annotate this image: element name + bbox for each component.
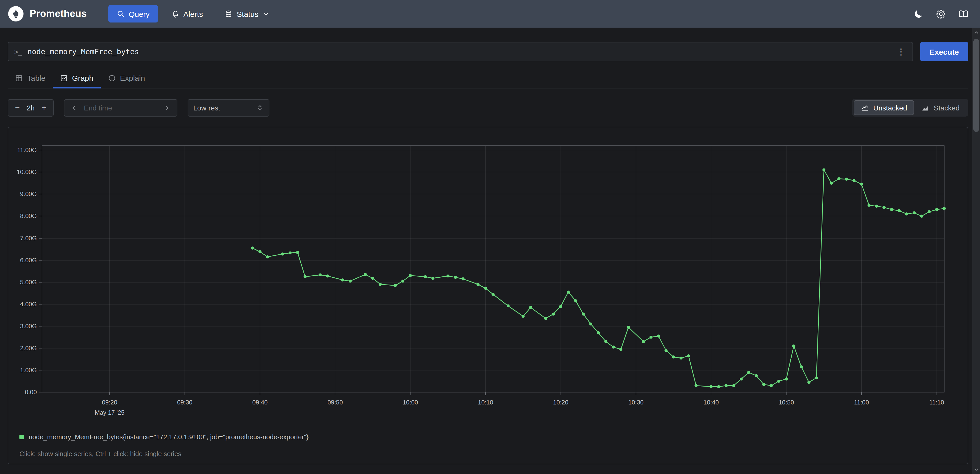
- svg-text:10:20: 10:20: [553, 399, 568, 406]
- query-row: >_ node_memory_MemFree_bytes ⋮ Execute: [8, 42, 968, 61]
- settings-button[interactable]: [933, 6, 948, 21]
- stacking-option-unstacked[interactable]: Unstacked: [854, 100, 914, 115]
- scrollbar-up-arrow[interactable]: [972, 29, 980, 36]
- query-options-menu-icon[interactable]: ⋮: [895, 46, 907, 57]
- svg-text:10:00: 10:00: [402, 399, 418, 406]
- svg-text:6.00G: 6.00G: [20, 257, 37, 264]
- tab-graph-label: Graph: [72, 74, 93, 82]
- svg-text:7.00G: 7.00G: [20, 235, 37, 242]
- main-content: >_ node_memory_MemFree_bytes ⋮ Execute T…: [0, 28, 972, 464]
- tab-graph[interactable]: Graph: [52, 68, 100, 89]
- vertical-scrollbar[interactable]: [972, 28, 980, 474]
- nav-item-alerts-label: Alerts: [183, 10, 203, 18]
- stacking-option-stacked-label: Stacked: [934, 103, 959, 112]
- stacking-segmented-control: Unstacked Stacked: [853, 99, 969, 116]
- tab-explain[interactable]: Explain: [100, 68, 152, 89]
- nav-item-status-label: Status: [237, 10, 258, 18]
- theme-toggle-button[interactable]: [910, 6, 926, 21]
- svg-text:5.00G: 5.00G: [20, 279, 37, 286]
- scrollbar-thumb[interactable]: [974, 39, 979, 132]
- svg-text:10.00G: 10.00G: [18, 169, 37, 175]
- svg-text:11:00: 11:00: [854, 399, 869, 406]
- stacking-option-unstacked-label: Unstacked: [873, 103, 907, 112]
- svg-text:2.00G: 2.00G: [20, 345, 37, 352]
- svg-text:09:50: 09:50: [328, 399, 343, 406]
- nav-item-query-label: Query: [129, 10, 150, 18]
- gear-icon: [935, 8, 946, 19]
- range-input: − 2h +: [8, 99, 54, 116]
- range-increase-button[interactable]: +: [37, 103, 51, 112]
- svg-text:8.00G: 8.00G: [20, 212, 37, 220]
- prometheus-logo-icon: [8, 6, 24, 21]
- graph-controls: − 2h + End time Low res. Unst: [8, 99, 968, 116]
- tab-explain-label: Explain: [120, 74, 145, 82]
- svg-text:9.00G: 9.00G: [20, 191, 37, 197]
- moon-icon: [913, 8, 924, 19]
- chart-line-icon: [861, 103, 869, 112]
- search-icon: [116, 10, 125, 18]
- graph-icon: [60, 74, 68, 82]
- table-icon: [15, 74, 23, 82]
- series-color-swatch: [19, 435, 24, 439]
- svg-text:10:40: 10:40: [703, 399, 719, 406]
- expression-text[interactable]: node_memory_MemFree_bytes: [27, 48, 895, 56]
- execute-button[interactable]: Execute: [920, 42, 968, 61]
- end-time-forward-button[interactable]: [161, 101, 174, 114]
- selector-icon: [256, 104, 264, 111]
- prometheus-logo-home[interactable]: Prometheus: [8, 6, 87, 21]
- memory-chart[interactable]: 0.001.00G2.00G3.00G4.00G5.00G6.00G7.00G8…: [18, 142, 959, 426]
- svg-text:09:20: 09:20: [102, 399, 117, 406]
- end-time-input[interactable]: End time: [81, 103, 161, 112]
- svg-text:1.00G: 1.00G: [20, 367, 37, 374]
- nav-item-query[interactable]: Query: [108, 5, 158, 22]
- tab-table[interactable]: Table: [8, 68, 52, 89]
- svg-text:0.00: 0.00: [25, 389, 37, 396]
- database-icon: [224, 10, 232, 18]
- svg-text:May 17 '25: May 17 '25: [95, 409, 124, 416]
- bell-icon: [171, 10, 179, 18]
- svg-text:10:30: 10:30: [628, 399, 644, 406]
- series-label: node_memory_MemFree_bytes{instance="172.…: [29, 433, 309, 441]
- legend-row[interactable]: node_memory_MemFree_bytes{instance="172.…: [18, 433, 959, 441]
- svg-text:4.00G: 4.00G: [20, 301, 37, 307]
- navbar-right: [910, 6, 971, 21]
- chevron-down-icon: [974, 467, 979, 472]
- stacking-option-stacked[interactable]: Stacked: [914, 100, 967, 115]
- svg-text:09:30: 09:30: [177, 399, 192, 406]
- svg-text:11.00G: 11.00G: [18, 146, 37, 153]
- resolution-select[interactable]: Low res.: [188, 99, 269, 116]
- nav-item-status[interactable]: Status: [216, 5, 277, 22]
- nav-items: Query Alerts Status: [108, 5, 277, 22]
- chevron-down-icon: [262, 11, 269, 17]
- nav-item-alerts[interactable]: Alerts: [163, 5, 211, 22]
- expression-input[interactable]: >_ node_memory_MemFree_bytes ⋮: [8, 42, 913, 61]
- chart-wrap: 0.001.00G2.00G3.00G4.00G5.00G6.00G7.00G8…: [18, 142, 959, 426]
- scrollbar-down-arrow[interactable]: [972, 465, 980, 473]
- graph-panel: 0.001.00G2.00G3.00G4.00G5.00G6.00G7.00G8…: [8, 127, 968, 464]
- resolution-selected-value: Low res.: [193, 103, 220, 112]
- info-icon: [108, 74, 116, 82]
- tab-table-label: Table: [27, 74, 46, 82]
- svg-text:3.00G: 3.00G: [20, 323, 37, 329]
- chevron-up-icon: [974, 30, 979, 35]
- chevron-left-icon: [70, 104, 78, 111]
- svg-text:10:50: 10:50: [779, 399, 794, 406]
- navbar: Prometheus Query Alerts Status: [0, 0, 980, 28]
- end-time-back-button[interactable]: [67, 101, 81, 114]
- app-title: Prometheus: [30, 8, 87, 19]
- chart-area-icon: [921, 103, 930, 112]
- docs-button[interactable]: [955, 6, 971, 21]
- end-time-picker: End time: [64, 99, 177, 116]
- legend-hint-text: Click: show single series, Ctrl + click:…: [18, 450, 959, 458]
- terminal-prompt-icon: >_: [14, 48, 21, 56]
- range-value[interactable]: 2h: [27, 103, 35, 112]
- range-decrease-button[interactable]: −: [10, 103, 25, 112]
- svg-text:11:10: 11:10: [929, 399, 944, 406]
- book-open-icon: [958, 8, 969, 19]
- result-tabs: Table Graph Explain: [8, 68, 968, 89]
- chevron-right-icon: [164, 104, 171, 111]
- svg-text:09:40: 09:40: [252, 399, 267, 406]
- svg-text:10:10: 10:10: [478, 399, 493, 406]
